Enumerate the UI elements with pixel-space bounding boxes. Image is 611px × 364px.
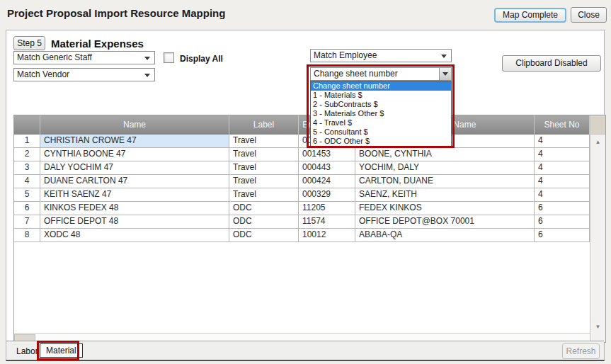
change-sheet-number-dropdown[interactable]: Change sheet number [310, 67, 452, 81]
cell-sheet_no[interactable]: 6 [535, 229, 590, 242]
dropdown-arrow-icon [441, 55, 447, 58]
sheet-option[interactable]: 4 - Travel $ [311, 118, 451, 127]
cell-label[interactable]: ODC [229, 202, 299, 215]
column-header-name: Name [40, 115, 229, 135]
scroll-up-icon[interactable]: ▲ [590, 139, 605, 145]
sheet-option[interactable]: 6 - ODC Other $ [311, 137, 451, 146]
close-button[interactable]: Close [571, 7, 607, 23]
cell-label[interactable]: Travel [229, 135, 299, 148]
cell-num[interactable]: 8 [14, 229, 40, 242]
column-header-num [14, 115, 40, 135]
clipboard-disabled-button[interactable]: Clipboard Disabled [502, 55, 601, 72]
cell-emp_id[interactable]: 11205 [299, 202, 355, 215]
cell-emp_name[interactable]: CARLTON, DUANE [355, 175, 535, 188]
cell-num[interactable]: 5 [14, 188, 40, 202]
display-all-checkbox[interactable] [164, 52, 174, 63]
cell-sheet_no[interactable]: 6 [535, 215, 590, 229]
table-row: 7OFFICE DEPOT 48ODC11574OFFICE DEPOT@BOX… [14, 215, 590, 229]
cell-emp_id[interactable]: 001453 [299, 148, 355, 161]
column-header-sheet_no: Sheet No [535, 115, 590, 135]
dropdown-arrow-icon [442, 72, 448, 76]
cell-emp_name[interactable]: OFFICE DEPOT@BOX 70001 [355, 215, 535, 229]
sheet-options-list: Change sheet number1 - Materials $2 - Su… [310, 81, 452, 147]
main-panel: Step 5 Material Expenses Match Generic S… [6, 30, 605, 361]
match-employee-dropdown[interactable]: Match Employee [310, 49, 452, 62]
table-row: 8XODC 48ODC10012ABABA-QA6 [14, 229, 590, 242]
column-header-label: Label [229, 115, 299, 135]
refresh-button[interactable]: Refresh [562, 343, 600, 359]
cell-label[interactable]: Travel [229, 175, 299, 188]
table-row: 6KINKOS FEDEX 48ODC11205FEDEX KINKOS6 [14, 202, 590, 215]
cell-emp_id[interactable]: 000424 [299, 175, 355, 188]
cell-emp_id[interactable]: 000443 [299, 161, 355, 175]
cell-name[interactable]: CYNTHIA BOONE 47 [40, 148, 229, 161]
footer-strip: Labor Material Refresh [6, 341, 604, 360]
table-row: 1CHRISTIAN CROWE 47Travel00174 [14, 135, 590, 148]
vertical-scrollbar[interactable]: ▲ ▼ [590, 115, 605, 342]
display-all-label: Display All [180, 54, 223, 64]
match-generic-staff-value: Match Generic Staff [17, 52, 92, 62]
sheet-option[interactable]: 3 - Materials Other $ [311, 109, 451, 118]
match-employee-value: Match Employee [314, 50, 377, 60]
cell-label[interactable]: Travel [229, 148, 299, 161]
cell-name[interactable]: CHRISTIAN CROWE 47 [40, 135, 229, 148]
tab-material[interactable]: Material [40, 343, 83, 358]
match-generic-staff-dropdown[interactable]: Match Generic Staff [13, 51, 155, 64]
scroll-down-icon[interactable]: ▼ [590, 324, 605, 330]
cell-emp_id[interactable]: 11574 [299, 215, 355, 229]
cell-label[interactable]: Travel [229, 188, 299, 202]
step5-button[interactable]: Step 5 [13, 36, 45, 50]
cell-name[interactable]: OFFICE DEPOT 48 [40, 215, 229, 229]
cell-name[interactable]: XODC 48 [40, 229, 229, 242]
cell-emp_id[interactable]: 10012 [299, 229, 355, 242]
cell-name[interactable]: KINKOS FEDEX 48 [40, 202, 229, 215]
dropdown-arrow-icon [144, 74, 150, 77]
tab-labor[interactable]: Labor [16, 346, 38, 356]
cell-num[interactable]: 4 [14, 175, 40, 188]
cell-sheet_no[interactable]: 6 [535, 202, 590, 215]
dropdown-arrow-icon [144, 57, 150, 60]
grid-header: NameLabelEmployee IDEmployee NameSheet N… [14, 115, 590, 135]
cell-num[interactable]: 2 [14, 148, 40, 161]
cell-sheet_no[interactable]: 4 [535, 148, 590, 161]
table-row: 2CYNTHIA BOONE 47Travel001453BOONE, CYNT… [14, 148, 590, 161]
cell-sheet_no[interactable]: 4 [535, 175, 590, 188]
cell-name[interactable]: DALY YOCHIM 47 [40, 161, 229, 175]
cell-emp_id[interactable]: 000329 [299, 188, 355, 202]
sheet-option[interactable]: 5 - Consultant $ [311, 127, 451, 137]
sheet-option[interactable]: 2 - SubContracts $ [311, 100, 451, 109]
match-vendor-dropdown[interactable]: Match Vendor [13, 68, 155, 81]
change-sheet-number-value: Change sheet number [314, 69, 398, 79]
cell-sheet_no[interactable]: 4 [535, 135, 590, 148]
cell-num[interactable]: 7 [14, 215, 40, 229]
cell-num[interactable]: 6 [14, 202, 40, 215]
table-row: 5KEITH SAENZ 47Travel000329SAENZ, KEITH4 [14, 188, 590, 202]
cell-num[interactable]: 1 [14, 135, 40, 148]
page-title: Project Proposal Import Resource Mapping [7, 7, 225, 19]
cell-sheet_no[interactable]: 4 [535, 188, 590, 202]
grid-body: 1CHRISTIAN CROWE 47Travel001742CYNTHIA B… [14, 135, 590, 242]
app-window: Project Proposal Import Resource Mapping… [0, 0, 611, 364]
cell-emp_name[interactable]: ABABA-QA [355, 229, 535, 242]
cell-label[interactable]: ODC [229, 215, 299, 229]
map-complete-button[interactable]: Map Complete [494, 8, 566, 23]
cell-num[interactable]: 3 [14, 161, 40, 175]
cell-emp_name[interactable]: YOCHIM, DALY [355, 161, 535, 175]
cell-emp_name[interactable]: BOONE, CYNTHIA [355, 148, 535, 161]
cell-emp_name[interactable]: FEDEX KINKOS [355, 202, 535, 215]
scrollbar-corner [590, 115, 605, 135]
cell-label[interactable]: Travel [229, 161, 299, 175]
resource-grid: NameLabelEmployee IDEmployee NameSheet N… [13, 115, 606, 343]
dropdown-arrow-button[interactable] [439, 68, 451, 80]
cell-name[interactable]: KEITH SAENZ 47 [40, 188, 229, 202]
sheet-option[interactable]: 1 - Materials $ [311, 91, 451, 100]
cell-sheet_no[interactable]: 4 [535, 161, 590, 175]
match-vendor-value: Match Vendor [17, 69, 69, 79]
table-row: 4DUANE CARLTON 47Travel000424CARLTON, DU… [14, 175, 590, 188]
sheet-option[interactable]: Change sheet number [311, 81, 451, 91]
cell-emp_name[interactable]: SAENZ, KEITH [355, 188, 535, 202]
cell-name[interactable]: DUANE CARLTON 47 [40, 175, 229, 188]
table-row: 3DALY YOCHIM 47Travel000443YOCHIM, DALY4 [14, 161, 590, 175]
cell-label[interactable]: ODC [229, 229, 299, 242]
section-title: Material Expenses [51, 38, 144, 50]
